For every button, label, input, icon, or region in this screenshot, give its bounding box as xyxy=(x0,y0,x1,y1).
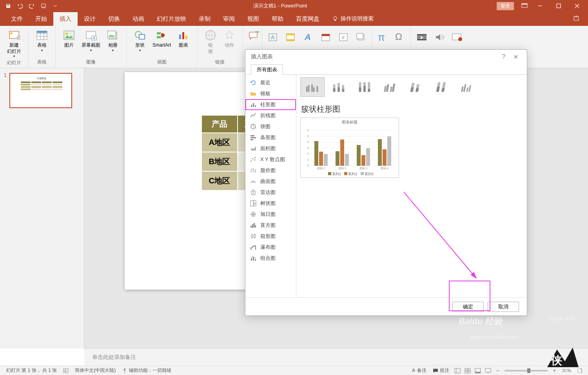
dialog-titlebar[interactable]: 插入图表 ? ✕ xyxy=(245,50,527,64)
status-notes-button[interactable]: ≙ 备注 xyxy=(408,367,430,374)
cat-radar[interactable]: 雷达图 xyxy=(245,187,296,198)
status-comments-button[interactable]: 批注 xyxy=(430,367,452,374)
screenshot-button[interactable]: 屏幕截图▾ xyxy=(79,28,103,58)
status-language[interactable]: 简体中文(中国大陆) xyxy=(72,367,119,374)
qat-customize-icon[interactable] xyxy=(50,1,60,11)
audio-button[interactable] xyxy=(431,29,448,45)
tab-review[interactable]: 审阅 xyxy=(217,12,241,26)
cat-boxwhisker[interactable]: 箱形图 xyxy=(245,231,296,242)
equation-icon: π xyxy=(377,31,388,43)
dialog-tab-all-charts[interactable]: 所有图表 xyxy=(251,64,283,75)
zoom-out-button[interactable]: − xyxy=(493,368,502,373)
variant-100-stacked-column[interactable] xyxy=(352,77,376,97)
new-slide-button[interactable]: 新建 幻灯片▾ xyxy=(5,28,24,59)
svg-rect-21 xyxy=(157,36,161,38)
svg-point-4 xyxy=(334,16,337,20)
dialog-cancel-button[interactable]: 取消 xyxy=(488,302,519,312)
tab-record[interactable]: 录制 xyxy=(192,12,217,26)
tab-home[interactable]: 开始 xyxy=(29,12,53,26)
symbol-button[interactable]: Ω xyxy=(392,29,408,45)
lightbulb-icon xyxy=(332,16,338,22)
thumbnail-number: 1 xyxy=(4,72,7,78)
status-spell-icon[interactable] xyxy=(60,368,72,373)
cat-templates[interactable]: 模板 xyxy=(245,88,296,99)
cat-scatter[interactable]: X Y 散点图 xyxy=(245,154,296,165)
cat-waterfall[interactable]: 瀑布图 xyxy=(245,242,296,253)
tab-file[interactable]: 文件 xyxy=(5,12,29,26)
cat-column[interactable]: 柱形图 xyxy=(245,99,296,110)
tab-design[interactable]: 设计 xyxy=(78,12,102,26)
header-footer-button[interactable] xyxy=(282,29,299,45)
view-sorter-button[interactable] xyxy=(463,367,473,375)
view-slideshow-button[interactable] xyxy=(483,367,493,375)
cat-stock[interactable]: 股价图 xyxy=(245,165,296,176)
notes-pane[interactable]: 单击此处添加备注 xyxy=(84,348,588,366)
tab-transitions[interactable]: 切换 xyxy=(102,12,126,26)
wordart-button[interactable]: A xyxy=(300,29,316,45)
undo-icon[interactable] xyxy=(15,1,25,11)
chart-preview[interactable]: 图表标题 0123456 类别 1 类别 2 xyxy=(300,118,399,178)
preview-chart-svg: 0123456 类别 1 类别 2 类别 3 类别 4 xyxy=(302,127,397,170)
link-button[interactable]: 链 接 xyxy=(202,28,219,58)
tell-me-search[interactable]: 操作说明搜索 xyxy=(332,15,374,22)
share-button[interactable] xyxy=(573,15,580,23)
start-from-beginning-icon[interactable] xyxy=(38,1,49,11)
view-normal-button[interactable] xyxy=(452,367,463,375)
tab-insert[interactable]: 插入 xyxy=(53,12,78,26)
slide-number-button[interactable]: # xyxy=(335,29,352,45)
screen-recording-button[interactable] xyxy=(449,29,465,45)
shapes-button[interactable]: 形状▾ xyxy=(131,28,149,58)
histogram-icon xyxy=(250,222,256,228)
ribbon-options-icon[interactable] xyxy=(519,0,530,11)
smartart-button[interactable]: SmartArt xyxy=(150,28,173,58)
tab-help[interactable]: 帮助 xyxy=(265,12,290,26)
variant-3d-100-stacked[interactable] xyxy=(430,77,454,97)
cat-bar[interactable]: 条形图 xyxy=(245,132,296,143)
redo-icon[interactable] xyxy=(27,1,37,11)
cat-pie[interactable]: 饼图 xyxy=(245,121,296,132)
tab-view[interactable]: 视图 xyxy=(241,12,265,26)
cat-combo[interactable]: 组合图 xyxy=(245,253,296,264)
cat-histogram[interactable]: 直方图 xyxy=(245,220,296,231)
table-button[interactable]: 表格▾ xyxy=(33,28,51,58)
slide-thumbnails-panel[interactable]: 1 市场情况 xyxy=(0,68,84,348)
cat-surface[interactable]: 曲面图 xyxy=(245,176,296,187)
login-button[interactable]: 登录 xyxy=(497,2,514,10)
tab-slideshow[interactable]: 幻灯片放映 xyxy=(151,12,192,26)
maximize-button[interactable] xyxy=(550,0,567,11)
tab-animations[interactable]: 动画 xyxy=(126,12,151,26)
action-button[interactable]: 动作 xyxy=(221,28,238,58)
cat-sunburst[interactable]: 旭日图 xyxy=(245,209,296,220)
dialog-close-button[interactable]: ✕ xyxy=(510,53,521,61)
tab-baidu-netdisk[interactable]: 百度网盘 xyxy=(290,12,326,26)
video-button[interactable] xyxy=(414,29,430,45)
save-icon[interactable] xyxy=(3,1,13,11)
equation-button[interactable]: π xyxy=(374,29,391,45)
variant-3d-column[interactable] xyxy=(456,77,480,97)
svg-rect-147 xyxy=(468,371,470,373)
chart-category-list[interactable]: 最近 模板 柱形图 折线图 饼图 条形图 面积图 X Y 散点图 股价图 曲面图… xyxy=(245,75,296,297)
date-time-button[interactable] xyxy=(318,29,334,45)
picture-button[interactable]: 图片 xyxy=(60,28,78,58)
album-button[interactable]: 相册▾ xyxy=(104,28,122,58)
variant-stacked-column[interactable] xyxy=(326,77,350,97)
comment-button[interactable] xyxy=(245,27,262,44)
textbox-button[interactable]: A xyxy=(265,29,281,45)
variant-clustered-column[interactable] xyxy=(300,77,325,97)
variant-3d-clustered[interactable] xyxy=(378,77,402,97)
status-accessibility[interactable]: 辅助功能：一切就绪 xyxy=(119,367,174,374)
cat-treemap[interactable]: 树状图 xyxy=(245,198,296,209)
cat-area[interactable]: 面积图 xyxy=(245,143,296,154)
dialog-help-button[interactable]: ? xyxy=(498,53,510,60)
close-button[interactable] xyxy=(568,0,586,11)
chart-button[interactable]: 图表 xyxy=(175,28,192,58)
object-button[interactable] xyxy=(353,29,369,45)
cat-recent[interactable]: 最近 xyxy=(245,77,296,88)
minimize-button[interactable] xyxy=(531,0,549,11)
svg-rect-77 xyxy=(311,84,313,92)
view-reading-button[interactable] xyxy=(473,367,483,375)
variant-3d-stacked[interactable] xyxy=(404,77,428,97)
dialog-ok-button[interactable]: 确定 xyxy=(452,302,484,312)
cat-line[interactable]: 折线图 xyxy=(245,110,296,121)
slide-thumbnail-1[interactable]: 市场情况 xyxy=(9,73,72,108)
